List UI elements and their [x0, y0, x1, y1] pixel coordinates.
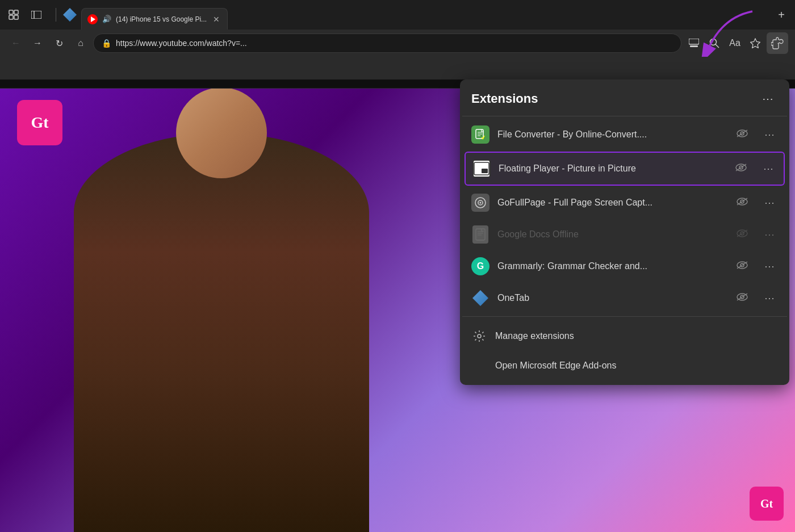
file-converter-icon — [471, 125, 489, 144]
manage-extensions-text: Manage extensions — [495, 331, 574, 341]
pip-icon-wrapper — [472, 160, 491, 178]
extensions-footer: Manage extensions Open Microsoft Edge Ad… — [460, 317, 789, 385]
svg-rect-0 — [9, 10, 13, 14]
onetab-hide-icon — [736, 292, 748, 304]
lock-icon: 🔒 — [102, 39, 111, 48]
home-button[interactable]: ⌂ — [72, 34, 90, 52]
onetab-icon — [471, 289, 489, 307]
gofullpage-hide-icon — [736, 197, 748, 209]
onetab-name: OneTab — [497, 293, 728, 303]
open-addons-icon — [471, 358, 487, 374]
extension-item-floating-player[interactable]: Floating Player - Picture in Picture ⋯ — [465, 152, 785, 186]
browser-chrome: 🔊 (14) iPhone 15 vs Google Pi... ✕ + ← →… — [0, 0, 795, 79]
file-converter-hide-icon — [736, 129, 748, 141]
gdocs-name: Google Docs Offline — [497, 229, 728, 240]
floating-player-hide-icon — [735, 163, 747, 175]
extensions-panel-more-button[interactable]: ⋯ — [758, 89, 778, 109]
tab-bar-tabs: 🔊 (14) iPhone 15 vs Google Pi... ✕ — [81, 0, 769, 30]
svg-point-37 — [478, 334, 481, 338]
tab-favicon-youtube — [87, 14, 98, 24]
grammarly-hide-icon — [736, 261, 748, 273]
gofullpage-icon-wrapper — [471, 194, 489, 212]
extension-item-onetab[interactable]: OneTab ⋯ — [460, 282, 789, 314]
diamond-icon — [63, 8, 77, 22]
pip-icon — [472, 160, 491, 178]
file-converter-more-button[interactable]: ⋯ — [761, 126, 778, 143]
extension-item-grammarly[interactable]: G Grammarly: Grammar Checker and... ⋯ — [460, 250, 789, 282]
sidebar-toggle-button[interactable] — [27, 6, 45, 24]
read-aloud-button[interactable]: Aa — [726, 34, 744, 52]
extension-item-gofullpage[interactable]: GoFullPage - Full Page Screen Capt... ⋯ — [460, 187, 789, 219]
person-body — [74, 133, 369, 532]
extensions-panel: Extensions ⋯ File Converter - By Online-… — [460, 79, 789, 385]
manage-extensions-icon — [471, 328, 487, 344]
tab-separator — [56, 8, 56, 22]
grammarly-name: Grammarly: Grammar Checker and... — [497, 261, 728, 271]
tab-controls — [5, 6, 45, 24]
svg-rect-3 — [14, 15, 18, 19]
grammarly-icon-wrapper: G — [471, 257, 489, 275]
grammarly-more-button[interactable]: ⋯ — [761, 258, 778, 275]
forward-button[interactable]: → — [28, 34, 47, 52]
person-overlay — [45, 89, 398, 532]
tab-title: (14) iPhone 15 vs Google Pi... — [116, 15, 207, 23]
gofullpage-more-button[interactable]: ⋯ — [761, 194, 778, 211]
active-tab[interactable]: 🔊 (14) iPhone 15 vs Google Pi... ✕ — [81, 8, 228, 30]
onetab-icon-wrapper — [471, 289, 489, 307]
manage-extensions-item[interactable]: Manage extensions — [460, 321, 789, 351]
gdocs-hide-icon — [736, 229, 748, 241]
back-button[interactable]: ← — [7, 34, 25, 52]
url-text: https://www.youtube.com/watch?v=... — [116, 39, 673, 48]
gdocs-icon-wrapper — [471, 225, 489, 244]
extensions-button[interactable] — [767, 32, 788, 54]
gdocs-icon — [472, 225, 488, 244]
svg-rect-17 — [482, 169, 488, 173]
tab-sound-icon: 🔊 — [102, 15, 111, 23]
open-addons-text: Open Microsoft Edge Add-ons — [495, 361, 616, 371]
floating-player-more-button[interactable]: ⋯ — [760, 160, 777, 177]
svg-rect-6 — [689, 39, 699, 44]
favorites-button[interactable] — [746, 34, 764, 52]
gofullpage-icon — [471, 194, 489, 212]
new-tab-button[interactable]: + — [772, 6, 790, 24]
address-bar[interactable]: 🔒 https://www.youtube.com/watch?v=... — [93, 33, 681, 53]
tab-bar: 🔊 (14) iPhone 15 vs Google Pi... ✕ + — [0, 0, 795, 30]
tab-view-button[interactable] — [685, 34, 703, 52]
floating-player-name: Floating Player - Picture in Picture — [499, 164, 727, 174]
file-converter-icon-wrapper — [471, 125, 489, 144]
svg-rect-4 — [31, 11, 41, 19]
extensions-panel-header: Extensions ⋯ — [460, 79, 789, 116]
open-addons-item[interactable]: Open Microsoft Edge Add-ons — [460, 351, 789, 380]
search-page-button[interactable] — [705, 34, 723, 52]
svg-marker-10 — [751, 39, 760, 48]
toolbar-right: Aa — [685, 32, 788, 54]
gt-logo-bottom-right: Gt — [750, 487, 784, 521]
gofullpage-name: GoFullPage - Full Page Screen Capt... — [497, 198, 728, 208]
svg-point-23 — [480, 202, 482, 204]
collections-button[interactable] — [5, 6, 23, 24]
grammarly-icon: G — [471, 257, 489, 275]
onetab-more-button[interactable]: ⋯ — [761, 290, 778, 307]
extension-item-google-docs[interactable]: Google Docs Offline ⋯ — [460, 219, 789, 250]
onetab-tab-icon[interactable] — [62, 7, 78, 23]
svg-rect-2 — [9, 15, 13, 19]
onetab-diamond-icon — [472, 290, 488, 306]
svg-point-8 — [710, 39, 717, 45]
address-bar-area: ← → ↻ ⌂ 🔒 https://www.youtube.com/watch?… — [0, 30, 795, 57]
extension-item-file-converter[interactable]: File Converter - By Online-Convert.... ⋯ — [460, 119, 789, 150]
svg-line-9 — [716, 44, 719, 48]
svg-rect-7 — [690, 45, 698, 47]
youtube-favicon — [87, 14, 98, 24]
refresh-button[interactable]: ↻ — [50, 34, 68, 52]
extensions-list: File Converter - By Online-Convert.... ⋯ — [460, 116, 789, 316]
extensions-panel-title: Extensions — [471, 91, 538, 106]
tab-close-button[interactable]: ✕ — [211, 14, 221, 24]
svg-rect-1 — [14, 10, 18, 14]
file-converter-name: File Converter - By Online-Convert.... — [497, 129, 728, 140]
gdocs-more-button[interactable]: ⋯ — [761, 226, 778, 243]
person-head — [176, 89, 267, 178]
svg-rect-27 — [476, 229, 485, 240]
